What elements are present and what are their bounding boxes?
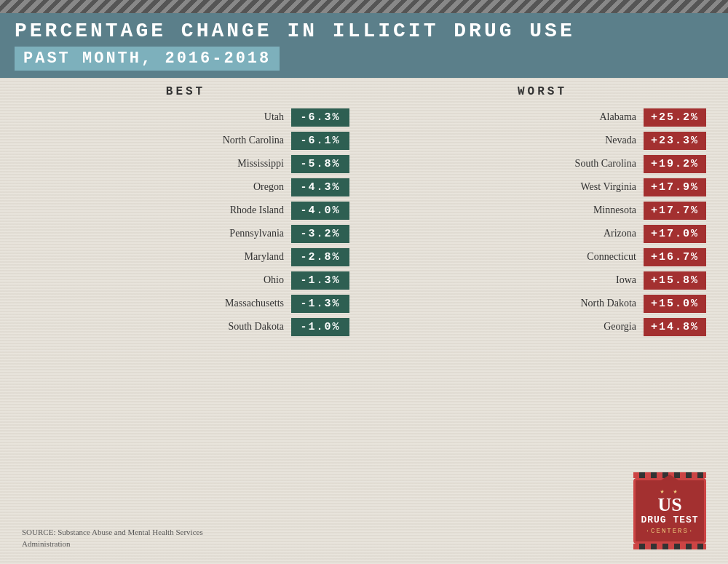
value-badge: +17.7% [644, 202, 706, 220]
value-badge: +14.8% [644, 318, 706, 336]
state-name: Oregon [189, 181, 284, 193]
value-badge: +15.0% [644, 295, 706, 313]
value-badge: -4.0% [291, 202, 349, 220]
state-name: West Virginia [542, 181, 636, 193]
list-item: West Virginia +17.9% [379, 178, 706, 196]
stripe-decoration [0, 0, 728, 13]
list-item: Iowa +15.8% [379, 271, 706, 290]
title-block: PERCENTAGE CHANGE IN ILLICIT DRUG USE PA… [0, 13, 728, 78]
value-badge: -6.3% [291, 108, 349, 127]
list-item: Nevada +23.3% [379, 132, 706, 150]
state-name: Iowa [542, 274, 636, 286]
state-name: Massachusetts [189, 298, 284, 309]
list-item: Georgia +14.8% [379, 318, 706, 336]
value-badge: +15.8% [644, 271, 706, 290]
page-subtitle: PAST MONTH, 2016-2018 [23, 49, 271, 68]
list-item: Minnesota +17.7% [379, 202, 706, 220]
page-title: PERCENTAGE CHANGE IN ILLICIT DRUG USE [15, 19, 713, 44]
state-name: Georgia [542, 321, 636, 333]
page-container: PERCENTAGE CHANGE IN ILLICIT DRUG USE PA… [0, 0, 728, 564]
logo-container: ★ ★ US DRUG TEST ·CENTERS· [633, 472, 706, 549]
logo-bottom-stripe [633, 544, 706, 549]
state-name: Minnesota [542, 204, 636, 216]
list-item: North Dakota +15.0% [379, 295, 706, 313]
logo-us: US [657, 496, 681, 515]
list-item: Maryland -2.8% [22, 248, 349, 266]
state-name: Connecticut [542, 251, 636, 263]
value-badge: +17.9% [644, 178, 706, 196]
list-item: Pennsylvania -3.2% [22, 225, 349, 243]
logo-centers: ·CENTERS· [646, 528, 695, 535]
list-item: Alabama +25.2% [379, 108, 706, 127]
value-badge: +19.2% [644, 155, 706, 173]
state-name: North Dakota [542, 298, 636, 309]
state-name: North Carolina [189, 135, 284, 146]
list-item: North Carolina -6.1% [22, 132, 349, 150]
value-badge: +16.7% [644, 248, 706, 266]
list-item: Utah -6.3% [22, 108, 349, 127]
state-name: South Carolina [542, 158, 636, 170]
state-name: Arizona [542, 228, 636, 239]
list-item: Mississippi -5.8% [22, 155, 349, 173]
worst-column: WORST Alabama +25.2% Nevada +23.3% South… [379, 85, 706, 341]
list-item: South Dakota -1.0% [22, 318, 349, 336]
header-area: PERCENTAGE CHANGE IN ILLICIT DRUG USE PA… [0, 0, 728, 78]
list-item: South Carolina +19.2% [379, 155, 706, 173]
list-item: Massachusetts -1.3% [22, 295, 349, 313]
list-item: Rhode Island -4.0% [22, 202, 349, 220]
value-badge: -5.8% [291, 155, 349, 173]
state-name: South Dakota [189, 321, 284, 333]
state-name: Ohio [189, 274, 284, 286]
state-name: Utah [189, 111, 284, 123]
state-name: Maryland [189, 251, 284, 263]
best-column-header: BEST [22, 85, 349, 98]
value-badge: +23.3% [644, 132, 706, 150]
state-name: Alabama [542, 111, 636, 123]
state-name: Nevada [542, 135, 636, 146]
value-badge: -4.3% [291, 178, 349, 196]
value-badge: -2.8% [291, 248, 349, 266]
value-badge: +17.0% [644, 225, 706, 243]
state-name: Pennsylvania [189, 228, 284, 239]
value-badge: +25.2% [644, 108, 706, 127]
value-badge: -1.3% [291, 295, 349, 313]
value-badge: -1.3% [291, 271, 349, 290]
list-item: Connecticut +16.7% [379, 248, 706, 266]
list-item: Arizona +17.0% [379, 225, 706, 243]
subtitle-block: PAST MONTH, 2016-2018 [15, 47, 280, 71]
value-badge: -6.1% [291, 132, 349, 150]
content-area: BEST Utah -6.3% North Carolina -6.1% Mis… [0, 78, 728, 356]
state-name: Rhode Island [189, 204, 284, 216]
state-name: Mississippi [189, 158, 284, 170]
worst-column-header: WORST [379, 85, 706, 98]
logo-drug-test: DRUG TEST [641, 515, 698, 526]
best-column: BEST Utah -6.3% North Carolina -6.1% Mis… [22, 85, 349, 341]
value-badge: -3.2% [291, 225, 349, 243]
list-item: Ohio -1.3% [22, 271, 349, 290]
logo-box: ★ ★ US DRUG TEST ·CENTERS· [633, 478, 706, 544]
list-item: Oregon -4.3% [22, 178, 349, 196]
footer: SOURCE: Substance Abuse and Mental Healt… [22, 472, 706, 549]
value-badge: -1.0% [291, 318, 349, 336]
source-text: SOURCE: Substance Abuse and Mental Healt… [22, 527, 211, 549]
